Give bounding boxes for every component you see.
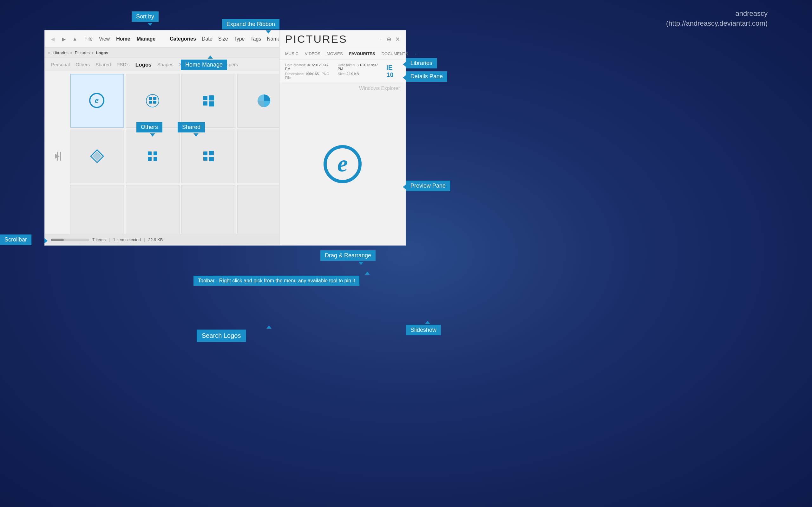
cat-psds[interactable]: PSD's: [117, 62, 130, 68]
tooltip-libraries-arrow: [403, 62, 406, 67]
tooltip-search-logos-arrow: [266, 326, 271, 329]
scrollbar-thumb[interactable]: [51, 239, 64, 241]
tooltip-drag-rearrange: Drag & Rearrange: [320, 250, 375, 261]
date-created-label: Date created: 3/1/2012 9:47 PM: [285, 63, 332, 71]
grid-wrapper: e: [45, 71, 316, 234]
tooltip-toolbar-hint-arrow: [365, 272, 370, 275]
preview-title: PICTURES: [285, 33, 347, 45]
diamond-logo: [89, 148, 105, 164]
tooltip-scrollbar: Scrollbar: [0, 234, 32, 245]
cat-personal[interactable]: Personal: [51, 62, 70, 68]
lib-favourites[interactable]: FAVOURITES: [349, 51, 375, 56]
cat-others[interactable]: Others: [75, 62, 90, 68]
sort-size[interactable]: Size: [218, 36, 228, 42]
minimize-button[interactable]: −: [379, 36, 383, 43]
date-taken-label: Date taken: 3/1/2012 9:37 PM: [338, 63, 380, 71]
svg-rect-10: [203, 96, 207, 100]
icon-grid: e: [70, 74, 291, 234]
ribbon-tabs: File View Home Manage: [84, 36, 155, 42]
ie-logo-small: e: [88, 92, 106, 109]
svg-rect-9: [153, 101, 156, 104]
breadcrumb-sep1: ►: [70, 51, 73, 55]
tooltip-details-pane: Details Pane: [406, 71, 447, 82]
preview-titlebar: PICTURES − ⊕ ✕: [280, 31, 406, 48]
svg-rect-6: [149, 97, 152, 100]
windows-explorer-label: Windows Explorer: [359, 86, 400, 91]
status-selected: 1 item selected: [113, 237, 141, 242]
svg-rect-12: [203, 101, 207, 106]
cat-shared[interactable]: Shared: [96, 62, 111, 68]
address-bar: ► Libraries ► Pictures ► Logos ▼ ↻: [45, 48, 317, 58]
svg-rect-8: [149, 101, 152, 104]
grid-cell-1[interactable]: e: [70, 74, 124, 128]
svg-rect-20: [203, 152, 207, 155]
svg-rect-11: [209, 95, 214, 101]
grid-cell-10[interactable]: [126, 185, 180, 234]
tooltip-expand-ribbon: Expand the Ribbon: [222, 19, 280, 30]
tooltip-details-pane-arrow: [403, 75, 406, 80]
scrollbar-track[interactable]: [51, 239, 89, 241]
ribbon-nav: ◀ ▶ ▲: [48, 35, 80, 43]
tooltip-others: Others: [136, 122, 162, 132]
sort-date[interactable]: Date: [202, 36, 212, 42]
grid-cell-3[interactable]: [182, 74, 235, 128]
details-section: Date created: 3/1/2012 9:47 PM Dimension…: [280, 60, 406, 83]
close-button[interactable]: ✕: [395, 36, 400, 43]
grid-cell-2[interactable]: [126, 74, 180, 128]
preview-winctrls: − ⊕ ✕: [379, 36, 400, 43]
tab-file[interactable]: File: [84, 36, 93, 42]
sort-name[interactable]: Name: [267, 36, 281, 42]
windows-flag-logo: [200, 148, 216, 164]
cat-logos[interactable]: Logos: [136, 62, 152, 68]
pie-logo: [256, 93, 272, 109]
forward-button[interactable]: ▶: [59, 35, 68, 43]
breadcrumb-sep2: ►: [91, 51, 95, 55]
tooltip-shared-arrow: [194, 133, 199, 136]
svg-rect-7: [153, 97, 156, 100]
up-button[interactable]: ▲: [70, 35, 80, 43]
breadcrumb-libraries[interactable]: Libraries: [53, 50, 68, 55]
watermark: andreascy (http://andreascy.deviantart.c…: [666, 9, 768, 29]
watermark-line1: andreascy: [666, 9, 768, 19]
ribbon: ◀ ▶ ▲ File View Home Manage Categories D…: [45, 31, 317, 48]
grid-prev-arrow[interactable]: [54, 151, 67, 162]
svg-rect-13: [209, 101, 214, 107]
svg-text:e: e: [337, 150, 348, 176]
status-items: 7 items: [92, 237, 106, 242]
lib-movies[interactable]: MOVIES: [327, 51, 343, 56]
preview-item-name: IE 10: [386, 64, 400, 78]
scrollbar-area: [51, 239, 89, 241]
grid-cell-11[interactable]: [182, 185, 235, 234]
back-button[interactable]: ◀: [48, 35, 57, 43]
svg-text:e: e: [95, 95, 99, 105]
tab-home[interactable]: Home: [116, 36, 130, 42]
cat-shapes[interactable]: Shapes: [157, 62, 173, 68]
categories-label[interactable]: Categories: [170, 36, 196, 42]
libraries-arrow[interactable]: ←: [414, 51, 419, 56]
grid-cell-6[interactable]: [126, 130, 180, 183]
ie-big-logo: e: [322, 144, 363, 185]
lib-videos[interactable]: VIDEOS: [305, 51, 320, 56]
tab-view[interactable]: View: [99, 36, 110, 42]
lib-music[interactable]: MUSIC: [285, 51, 299, 56]
preview-window: PICTURES − ⊕ ✕ MUSIC VIDEOS MOVIES FAVOU…: [279, 30, 406, 245]
tooltip-sort-by: Sort by: [132, 11, 159, 22]
content-area: Personal Others Shared PSD's Logos Shape…: [45, 58, 317, 234]
sort-tags[interactable]: Tags: [251, 36, 261, 42]
maximize-button[interactable]: ⊕: [387, 36, 392, 43]
breadcrumb-pictures[interactable]: Pictures: [75, 50, 90, 55]
grid-cell-5[interactable]: [70, 130, 124, 183]
grid-cell-7[interactable]: [182, 130, 235, 183]
svg-rect-19: [154, 157, 157, 161]
tooltip-others-arrow: [150, 133, 155, 136]
windows-circle-logo: [145, 93, 160, 109]
svg-rect-17: [154, 152, 157, 155]
tab-manage[interactable]: Manage: [137, 36, 156, 42]
preview-logo-area: e: [280, 83, 406, 245]
breadcrumb-logos[interactable]: Logos: [96, 50, 108, 55]
grid-cell-9[interactable]: [70, 185, 124, 234]
lib-documents[interactable]: DOCUMENTS: [382, 51, 408, 56]
sort-type[interactable]: Type: [234, 36, 245, 42]
tooltip-toolbar-hint: Toolbar - Right click and pick from the …: [194, 276, 359, 286]
category-tabs: Personal Others Shared PSD's Logos Shape…: [45, 58, 316, 71]
